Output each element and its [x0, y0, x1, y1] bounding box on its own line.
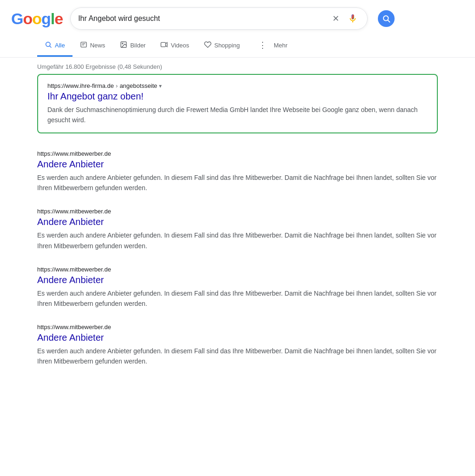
close-icon: ✕	[332, 13, 339, 24]
clear-button[interactable]: ✕	[330, 12, 341, 26]
svg-line-1	[388, 20, 390, 22]
results-count: Umgefähr 16.800 Ergebnisse (0,48 Sekunde…	[37, 63, 162, 70]
competitor-result-url-2: https://www.mitbewerber.de	[37, 266, 438, 273]
competitor-result-url-1: https://www.mitbewerber.de	[37, 208, 438, 215]
microphone-icon	[348, 13, 358, 24]
svg-point-8	[122, 43, 123, 44]
svg-line-3	[50, 46, 51, 47]
image-icon	[120, 41, 127, 50]
results-container: https://www.ihre-firma.de › angebotsseit…	[0, 74, 475, 374]
google-logo: Google	[11, 10, 63, 28]
featured-result: https://www.ihre-firma.de › angebotsseit…	[37, 74, 438, 133]
featured-result-url-text: https://www.ihre-firma.de	[47, 82, 114, 89]
competitor-result: https://www.mitbewerber.de Andere Anbiet…	[37, 316, 438, 374]
more-dots-icon: ⋮	[255, 40, 271, 50]
tab-videos-label: Videos	[171, 42, 189, 49]
search-bar-icons: ✕	[330, 12, 360, 26]
search-icon	[378, 10, 395, 27]
tab-news[interactable]: News	[73, 35, 113, 57]
nav-tabs: Alle News Bilder	[0, 34, 475, 58]
logo-letter-g: g	[41, 10, 51, 28]
competitor-url-text-2: https://www.mitbewerber.de	[37, 266, 111, 273]
featured-result-url: https://www.ihre-firma.de › angebotsseit…	[47, 82, 428, 89]
tab-shopping[interactable]: Shopping	[197, 35, 247, 57]
competitor-result: https://www.mitbewerber.de Andere Anbiet…	[37, 143, 438, 200]
competitor-result-title-2[interactable]: Andere Anbieter	[37, 275, 438, 285]
search-button[interactable]	[375, 7, 397, 30]
voice-search-button[interactable]	[346, 12, 360, 26]
logo-letter-G: G	[11, 10, 23, 28]
logo-letter-e: e	[54, 10, 63, 28]
competitor-result-title-0[interactable]: Andere Anbieter	[37, 159, 438, 170]
featured-result-dropdown-arrow[interactable]: ▾	[159, 83, 162, 89]
video-icon	[160, 41, 168, 50]
competitor-result-snippet-2: Es werden auch andere Anbieter gefunden.…	[37, 288, 438, 309]
search-input[interactable]	[78, 14, 326, 23]
logo-letter-l: l	[51, 10, 54, 28]
competitor-result-title-3[interactable]: Andere Anbieter	[37, 332, 438, 343]
header: Google ✕	[0, 0, 475, 34]
tab-mehr[interactable]: ⋮ Mehr	[247, 34, 295, 57]
tab-news-label: News	[90, 42, 106, 49]
tab-videos[interactable]: Videos	[153, 35, 197, 57]
tab-alle[interactable]: Alle	[37, 35, 73, 57]
svg-rect-9	[161, 42, 166, 46]
competitor-results: https://www.mitbewerber.de Andere Anbiet…	[37, 143, 438, 374]
competitor-result-url-0: https://www.mitbewerber.de	[37, 150, 438, 157]
search-icon	[45, 41, 52, 50]
search-bar: ✕	[70, 7, 368, 30]
competitor-result-snippet-0: Es werden auch andere Anbieter gefunden.…	[37, 172, 438, 193]
tab-shopping-label: Shopping	[214, 42, 240, 49]
competitor-url-text-3: https://www.mitbewerber.de	[37, 324, 111, 331]
featured-result-title[interactable]: Ihr Angebot ganz oben!	[47, 91, 428, 102]
competitor-result: https://www.mitbewerber.de Andere Anbiet…	[37, 258, 438, 316]
competitor-result-title-1[interactable]: Andere Anbieter	[37, 217, 438, 227]
featured-result-snippet: Dank der Suchmaschinenoptimierung durch …	[47, 105, 428, 125]
competitor-result-snippet-3: Es werden auch andere Anbieter gefunden.…	[37, 346, 438, 366]
logo-letter-o1: o	[23, 10, 32, 28]
featured-url-separator: ›	[116, 82, 118, 89]
shopping-icon	[204, 41, 211, 50]
competitor-result-url-3: https://www.mitbewerber.de	[37, 324, 438, 331]
tab-mehr-label: Mehr	[274, 42, 288, 49]
tab-bilder[interactable]: Bilder	[112, 35, 153, 57]
competitor-url-text-0: https://www.mitbewerber.de	[37, 150, 111, 157]
competitor-result: https://www.mitbewerber.de Andere Anbiet…	[37, 200, 438, 258]
competitor-result-snippet-1: Es werden auch andere Anbieter gefunden.…	[37, 230, 438, 251]
competitor-url-text-1: https://www.mitbewerber.de	[37, 208, 111, 215]
tab-alle-label: Alle	[55, 42, 65, 49]
tab-bilder-label: Bilder	[130, 42, 145, 49]
logo-letter-o2: o	[32, 10, 41, 28]
featured-result-breadcrumb: angebotsseite	[119, 82, 157, 89]
news-icon	[80, 41, 87, 50]
results-info: Umgefähr 16.800 Ergebnisse (0,48 Sekunde…	[0, 58, 475, 74]
